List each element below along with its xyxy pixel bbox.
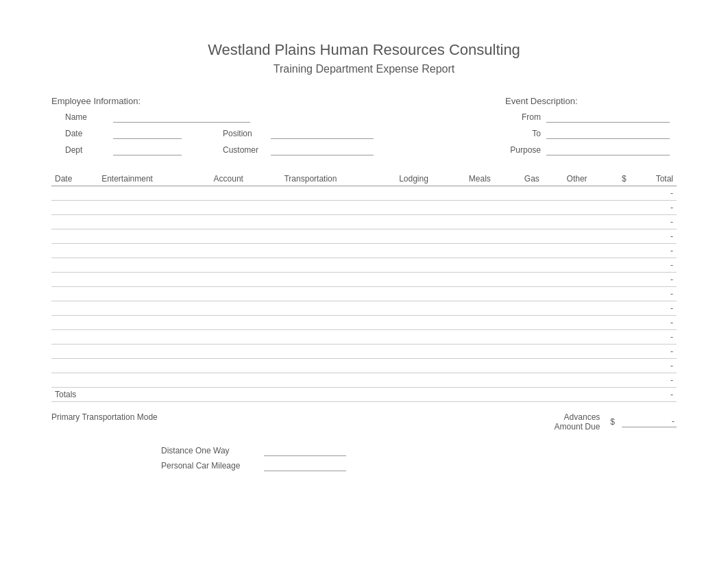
- table-cell: [616, 273, 630, 287]
- table-cell: [465, 373, 521, 388]
- table-cell: [465, 186, 521, 201]
- col-lodging: Lodging: [396, 172, 465, 186]
- table-cell: [465, 345, 521, 359]
- expense-table-body: --------------: [51, 186, 677, 388]
- dept-input[interactable]: [113, 145, 182, 155]
- table-cell: [616, 345, 630, 359]
- customer-input[interactable]: [271, 145, 374, 155]
- distance-section: Distance One Way Personal Car Mileage: [51, 445, 677, 471]
- table-row: -: [51, 359, 677, 373]
- table-cell: [98, 373, 210, 388]
- table-cell: [98, 273, 210, 287]
- table-cell: [280, 330, 396, 345]
- page-container: Westland Plains Human Resources Consulti…: [0, 0, 728, 563]
- table-cell: [563, 373, 616, 388]
- col-other: Other: [563, 172, 616, 186]
- table-row: -: [51, 345, 677, 359]
- table-cell: [51, 273, 98, 287]
- table-cell: [563, 345, 616, 359]
- personal-car-mileage-input[interactable]: [264, 460, 346, 471]
- table-cell: [521, 273, 563, 287]
- advances-label: Advances: [555, 412, 600, 422]
- table-cell: [280, 273, 396, 287]
- row-total-value: -: [630, 215, 677, 229]
- table-cell: [563, 330, 616, 345]
- table-cell: [51, 287, 98, 301]
- name-input[interactable]: [113, 112, 250, 123]
- table-cell: [51, 345, 98, 359]
- table-cell: [465, 244, 521, 258]
- date-field-row: Date: [65, 128, 182, 139]
- table-cell: [521, 287, 563, 301]
- table-cell: [616, 244, 630, 258]
- row-total-value: -: [630, 258, 677, 273]
- table-cell: [280, 287, 396, 301]
- table-cell: [465, 287, 521, 301]
- col-dollar: $: [616, 172, 630, 186]
- date-input[interactable]: [113, 128, 182, 139]
- col-account: Account: [210, 172, 281, 186]
- position-label: Position: [223, 129, 271, 138]
- name-label: Name: [65, 112, 113, 122]
- table-row: -: [51, 316, 677, 330]
- table-cell: [396, 273, 465, 287]
- from-input[interactable]: [546, 112, 670, 123]
- to-label: To: [505, 129, 546, 138]
- totals-row: Totals -: [51, 388, 677, 402]
- table-cell: [98, 186, 210, 201]
- table-cell: [465, 359, 521, 373]
- distance-one-way-label: Distance One Way: [161, 446, 264, 455]
- table-cell: [465, 330, 521, 345]
- table-cell: [98, 330, 210, 345]
- table-cell: [98, 287, 210, 301]
- table-cell: [563, 287, 616, 301]
- table-cell: [521, 316, 563, 330]
- table-cell: [280, 215, 396, 229]
- table-cell: [98, 345, 210, 359]
- event-info-title: Event Description:: [505, 96, 677, 106]
- col-total: Total: [630, 172, 677, 186]
- table-cell: [396, 215, 465, 229]
- table-cell: [563, 316, 616, 330]
- table-cell: [51, 330, 98, 345]
- advances-value: -: [622, 416, 677, 427]
- col-meals: Meals: [465, 172, 521, 186]
- table-cell: [51, 201, 98, 215]
- table-cell: [563, 359, 616, 373]
- table-cell: [51, 258, 98, 273]
- col-transportation: Transportation: [280, 172, 396, 186]
- table-cell: [210, 229, 281, 244]
- table-row: -: [51, 301, 677, 316]
- primary-transport-section: Primary Transportation Mode: [51, 412, 158, 422]
- purpose-label: Purpose: [505, 145, 546, 155]
- table-cell: [563, 229, 616, 244]
- row-total-value: -: [630, 359, 677, 373]
- table-cell: [210, 186, 281, 201]
- table-cell: [210, 345, 281, 359]
- table-row: -: [51, 330, 677, 345]
- table-cell: [563, 273, 616, 287]
- table-cell: [98, 301, 210, 316]
- amount-due-label: Amount Due: [555, 422, 600, 431]
- table-cell: [465, 258, 521, 273]
- table-cell: [616, 186, 630, 201]
- position-input[interactable]: [271, 128, 374, 139]
- advances-section: Advances Amount Due $ -: [555, 412, 677, 431]
- advances-dollar-sign: $: [610, 417, 615, 427]
- table-cell: [396, 287, 465, 301]
- table-cell: [396, 330, 465, 345]
- distance-one-way-input[interactable]: [264, 445, 346, 456]
- dept-label: Dept: [65, 145, 113, 155]
- table-cell: [465, 316, 521, 330]
- table-header-row: Date Entertainment Account Transportatio…: [51, 172, 677, 186]
- purpose-input[interactable]: [546, 145, 670, 155]
- table-row: -: [51, 229, 677, 244]
- table-cell: [210, 316, 281, 330]
- table-cell: [563, 258, 616, 273]
- table-cell: [51, 359, 98, 373]
- date-position-row: Date Position: [65, 128, 505, 142]
- table-cell: [521, 258, 563, 273]
- table-cell: [210, 273, 281, 287]
- row-total-value: -: [630, 201, 677, 215]
- to-input[interactable]: [546, 128, 670, 139]
